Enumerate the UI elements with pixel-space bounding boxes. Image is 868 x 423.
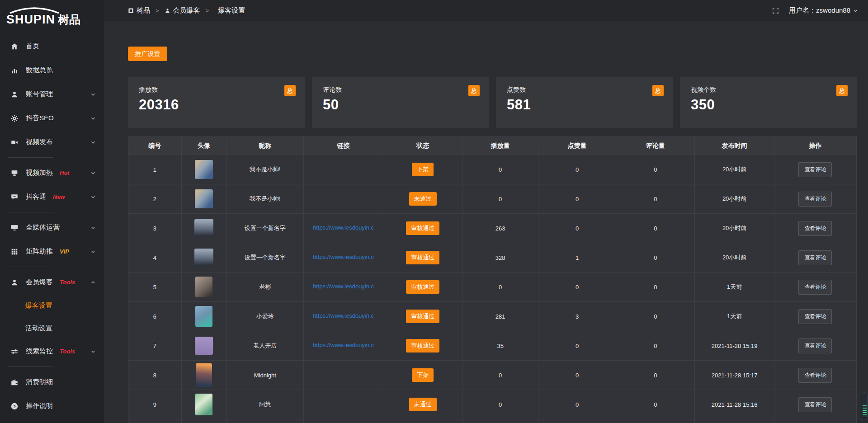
video-link[interactable]: https://www.iesdouyin.c [313,312,374,319]
brand-logo-cn: 树品 [58,12,80,27]
breadcrumb-item-baoke-settings: 爆客设置 [218,6,245,15]
cell-comments: 0 [616,243,695,273]
topbar: 树品 > 会员爆客 > 爆客设置 用户名：zswodun88 [104,0,868,21]
table-row: 7 老人开店 https://www.iesdouyin.c 审核通过 35 0… [128,331,857,361]
cell-plays: 0 [462,273,538,302]
sidebar-item-home[interactable]: 首页 [0,34,104,58]
cell-likes: 0 [538,155,616,184]
avatar [196,363,212,387]
table-row: 1 我不是小帅! 下架 0 0 0 20小时前 查看评论 [128,155,857,184]
view-comments-button[interactable]: 查看评论 [798,280,832,295]
matrix-icon [10,247,19,256]
sidebar-item-video-publish[interactable]: 视频发布 [0,130,104,154]
view-comments-button[interactable]: 查看评论 [798,368,832,383]
sliders-icon [10,347,19,356]
avatar [195,337,213,355]
status-badge[interactable]: 下架 [412,368,434,382]
table-row: 8 Midnight 下架 0 0 0 2021-11-28 15:17 查看评… [128,361,857,390]
video-link[interactable]: https://www.iesdouyin.c [313,254,374,260]
avatar [195,277,212,297]
sidebar-item-instructions[interactable]: ? 操作说明 [0,394,104,418]
sidebar-subitem-activity-settings[interactable]: 活动设置 [0,317,104,339]
sidebar-item-label: 矩阵助推 [26,247,53,256]
cell-id: 9 [128,390,182,419]
cell-likes: 3 [538,302,616,331]
col-header-link: 链接 [304,137,383,155]
floating-widget[interactable] [861,392,868,420]
status-badge[interactable]: 审核通过 [406,251,439,264]
brand-logo-en: SHUPIN [6,13,55,27]
sidebar-item-member-baoke[interactable]: 会员爆客 Tools [0,270,104,294]
sidebar-item-douketong[interactable]: 抖客通 New [0,185,104,209]
sidebar-item-douyin-seo[interactable]: 抖音SEO [0,106,104,130]
page-title: 爆客设置 [218,6,245,15]
cell-likes: 0 [538,273,616,302]
sidebar-menu: 首页 数据总览 账号管理 抖音SEO 视频发布 视频加热 Hot [0,34,104,418]
cell-id [128,419,182,423]
sidebar-item-label: 账号管理 [26,90,53,99]
cell-plays: 0 [462,390,538,419]
sidebar-item-matrix-boost[interactable]: 矩阵助推 VIP [0,240,104,263]
table-row: 5 老彬 https://www.iesdouyin.c 审核通过 0 0 0 … [128,273,857,302]
view-comments-button[interactable]: 查看评论 [798,397,832,412]
wallet-icon [10,378,19,387]
cell-time: 20小时前 [695,184,774,214]
chevron-down-icon [90,349,96,354]
view-comments-button[interactable]: 查看评论 [798,192,832,207]
window-icon [128,8,134,14]
cell-nickname: Midnight [226,361,304,390]
status-badge[interactable]: 下架 [412,163,434,176]
col-header-id: 编号 [128,137,182,155]
status-badge[interactable]: 审核通过 [406,310,439,323]
sidebar-item-data-overview[interactable]: 数据总览 [0,58,104,82]
promo-settings-button[interactable]: 推广设置 [128,47,167,61]
sidebar-item-label: 线索监控 [26,347,53,356]
cell-id: 6 [128,302,182,331]
status-badge[interactable]: 审核通过 [406,280,439,294]
status-badge[interactable]: 审核通过 [406,339,439,352]
sidebar-item-label: 视频加热 [26,169,53,177]
cell-id: 5 [128,273,182,302]
breadcrumb-label: 会员爆客 [173,6,200,15]
cell-nickname: 我不是小帅! [226,184,304,214]
status-badge[interactable]: 审核通过 [406,221,439,235]
cell-nickname: 老人开店 [226,331,304,361]
tools-tag: Tools [60,279,75,286]
breadcrumb-item-member-baoke[interactable]: 会员爆客 [165,6,200,15]
video-link[interactable]: https://www.iesdouyin.c [313,283,374,290]
video-link[interactable]: https://www.iesdouyin.c [313,342,374,348]
status-badge[interactable]: 未通过 [409,398,437,411]
view-comments-button[interactable]: 查看评论 [798,162,832,177]
sidebar-subitem-baoke-settings[interactable]: 爆客设置 [0,294,104,317]
sidebar-item-spend-details[interactable]: 消费明细 [0,370,104,394]
user-dropdown[interactable]: 用户名：zswodun88 [789,6,858,15]
tools-tag: Tools [60,348,75,355]
status-badge[interactable]: 未通过 [409,192,437,206]
cell-id: 1 [128,155,182,184]
avatar [195,160,213,179]
cell-time: 2021-11-28 15:17 [695,361,774,390]
breadcrumb-label: 树品 [137,6,150,15]
fullscreen-icon[interactable] [772,7,779,14]
avatar [194,249,213,267]
video-link[interactable]: https://www.iesdouyin.c [313,224,374,231]
cell-likes: 0 [538,184,616,214]
stat-value: 350 [691,97,847,113]
view-comments-button[interactable]: 查看评论 [798,338,832,353]
stat-value: 581 [507,97,663,113]
stat-card-likes: 点赞数 581 总 [496,77,673,128]
view-comments-button[interactable]: 查看评论 [798,250,832,265]
sidebar-item-clue-monitor[interactable]: 线索监控 Tools [0,339,104,363]
hot-tag: Hot [60,169,70,176]
sidebar-item-account[interactable]: 账号管理 [0,82,104,106]
videos-table: 编号 头像 昵称 链接 状态 播放量 点赞量 评论量 发布时间 操作 1 [128,136,857,423]
brand-logo[interactable]: SHUPIN 树品 [0,3,104,30]
sidebar-item-omni-media[interactable]: 全媒体运营 [0,216,104,240]
cell-plays: 0 [462,155,538,184]
sidebar-item-label: 操作说明 [26,402,53,410]
sidebar-item-video-heat[interactable]: 视频加热 Hot [0,161,104,185]
view-comments-button[interactable]: 查看评论 [798,221,832,236]
breadcrumb-item-shupin[interactable]: 树品 [128,6,150,15]
view-comments-button[interactable]: 查看评论 [798,309,832,324]
col-header-status: 状态 [383,137,462,155]
